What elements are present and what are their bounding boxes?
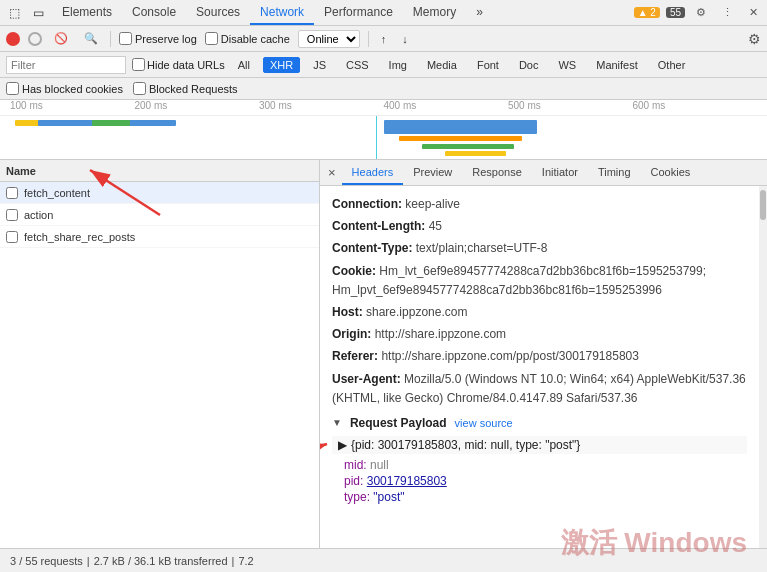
- blocked-requests-label[interactable]: Blocked Requests: [133, 82, 238, 95]
- timeline-divider: [376, 116, 377, 159]
- tab-sources[interactable]: Sources: [186, 0, 250, 25]
- payload-section: ▼ Request Payload view source ▶ {pid: 30…: [332, 416, 747, 504]
- filter-input[interactable]: [6, 56, 126, 74]
- tab-performance[interactable]: Performance: [314, 0, 403, 25]
- blocked-cookies-checkbox[interactable]: [6, 82, 19, 95]
- disable-cache-checkbox[interactable]: [205, 32, 218, 45]
- inspect-icon[interactable]: ⬚: [4, 3, 24, 23]
- detail-content: Connection: keep-alive Content-Length: 4…: [320, 186, 759, 548]
- pid-value-link[interactable]: 300179185803: [367, 474, 447, 488]
- status-bar: 3 / 55 requests | 2.7 kB / 36.1 kB trans…: [0, 548, 767, 572]
- filter-font-btn[interactable]: Font: [470, 57, 506, 73]
- blocked-requests-checkbox[interactable]: [133, 82, 146, 95]
- mark-200ms: 200 ms: [135, 100, 260, 111]
- stop-button[interactable]: [28, 32, 42, 46]
- record-button[interactable]: [6, 32, 20, 46]
- mark-100ms: 100 ms: [10, 100, 135, 111]
- more-options-icon[interactable]: ⋮: [717, 3, 737, 23]
- request-item-action[interactable]: action: [0, 204, 319, 226]
- payload-item-mid: mid: null: [332, 458, 747, 472]
- scrollbar-thumb[interactable]: [760, 190, 766, 220]
- cookies-bar: Has blocked cookies Blocked Requests: [0, 78, 767, 100]
- search-button[interactable]: 🔍: [80, 30, 102, 47]
- status-requests: 3 / 55 requests: [10, 555, 83, 567]
- close-icon[interactable]: ✕: [743, 3, 763, 23]
- filter-other-btn[interactable]: Other: [651, 57, 693, 73]
- collapse-triangle: ▶: [338, 438, 347, 452]
- timeline-area: 100 ms 200 ms 300 ms 400 ms 500 ms 600 m…: [0, 100, 767, 160]
- timeline-bar-6: [422, 144, 514, 149]
- tab-timing[interactable]: Timing: [588, 160, 641, 185]
- status-size: 7.2: [238, 555, 253, 567]
- request-item-fetch-share[interactable]: fetch_share_rec_posts: [0, 226, 319, 248]
- upload-button[interactable]: ↑: [377, 31, 391, 47]
- tab-console[interactable]: Console: [122, 0, 186, 25]
- tab-elements[interactable]: Elements: [52, 0, 122, 25]
- blocked-cookies-label[interactable]: Has blocked cookies: [6, 82, 123, 95]
- header-cookie: Cookie: Hm_lvt_6ef9e89457774288ca7d2bb36…: [332, 262, 747, 300]
- tab-initiator[interactable]: Initiator: [532, 160, 588, 185]
- request-item-checkbox-1[interactable]: [6, 187, 18, 199]
- payload-item-type: type: "post": [332, 490, 747, 504]
- mark-600ms: 600 ms: [633, 100, 758, 111]
- main-content: Name fetch_content action fetch_share_re…: [0, 160, 767, 548]
- mark-500ms: 500 ms: [508, 100, 633, 111]
- view-source-link[interactable]: view source: [455, 417, 513, 429]
- request-list: Name fetch_content action fetch_share_re…: [0, 160, 320, 548]
- tab-cookies[interactable]: Cookies: [641, 160, 701, 185]
- request-item-fetch-content[interactable]: fetch_content: [0, 182, 319, 204]
- status-sep2: |: [232, 555, 235, 567]
- settings-icon[interactable]: ⚙: [691, 3, 711, 23]
- payload-triangle: ▼: [332, 417, 342, 428]
- filter-manifest-btn[interactable]: Manifest: [589, 57, 645, 73]
- filter-media-btn[interactable]: Media: [420, 57, 464, 73]
- network-toolbar: 🚫 🔍 Preserve log Disable cache Online ↑ …: [0, 26, 767, 52]
- header-referer: Referer: http://share.ippzone.com/pp/pos…: [332, 347, 747, 366]
- filter-doc-btn[interactable]: Doc: [512, 57, 546, 73]
- timeline-marks: 100 ms 200 ms 300 ms 400 ms 500 ms 600 m…: [10, 100, 757, 111]
- download-button[interactable]: ↓: [398, 31, 412, 47]
- timeline-bar-4: [384, 120, 537, 134]
- header-host: Host: share.ippzone.com: [332, 303, 747, 322]
- device-icon[interactable]: ▭: [28, 3, 48, 23]
- detail-scrollbar[interactable]: [759, 186, 767, 548]
- messages-badge: 55: [666, 7, 685, 18]
- hide-data-urls-checkbox[interactable]: [132, 58, 145, 71]
- separator: [110, 31, 111, 47]
- tab-more[interactable]: »: [466, 0, 493, 25]
- warning-badge: ▲ 2: [634, 7, 660, 18]
- tab-network[interactable]: Network: [250, 0, 314, 25]
- disable-cache-label[interactable]: Disable cache: [205, 32, 290, 45]
- filter-ws-btn[interactable]: WS: [551, 57, 583, 73]
- detail-panel: × Headers Preview Response Initiator Tim…: [320, 160, 767, 548]
- filter-js-btn[interactable]: JS: [306, 57, 333, 73]
- throttle-select[interactable]: Online: [298, 30, 360, 48]
- filter-img-btn[interactable]: Img: [382, 57, 414, 73]
- preserve-log-checkbox[interactable]: [119, 32, 132, 45]
- tab-headers[interactable]: Headers: [342, 160, 404, 185]
- header-origin: Origin: http://share.ippzone.com: [332, 325, 747, 344]
- timeline-ruler: 100 ms 200 ms 300 ms 400 ms 500 ms 600 m…: [0, 100, 767, 116]
- header-connection: Connection: keep-alive: [332, 195, 747, 214]
- hide-data-urls-label[interactable]: Hide data URLs: [132, 58, 225, 71]
- tab-preview[interactable]: Preview: [403, 160, 462, 185]
- request-item-checkbox-2[interactable]: [6, 209, 18, 221]
- payload-header[interactable]: ▼ Request Payload view source: [332, 416, 747, 430]
- status-transfer: 2.7 kB / 36.1 kB transferred: [94, 555, 228, 567]
- timeline-bar-3: [92, 120, 130, 126]
- payload-collapsed-row[interactable]: ▶ {pid: 300179185803, mid: null, type: "…: [332, 436, 747, 454]
- payload-item-pid: pid: 300179185803: [332, 474, 747, 488]
- tab-response[interactable]: Response: [462, 160, 532, 185]
- filter-css-btn[interactable]: CSS: [339, 57, 376, 73]
- tab-memory[interactable]: Memory: [403, 0, 466, 25]
- filter-xhr-btn[interactable]: XHR: [263, 57, 300, 73]
- clear-button[interactable]: 🚫: [50, 30, 72, 47]
- detail-tabs: × Headers Preview Response Initiator Tim…: [320, 160, 767, 186]
- preserve-log-label[interactable]: Preserve log: [119, 32, 197, 45]
- gear-icon[interactable]: ⚙: [748, 31, 761, 47]
- filter-all-btn[interactable]: All: [231, 57, 257, 73]
- header-content-type: Content-Type: text/plain;charset=UTF-8: [332, 239, 747, 258]
- request-item-checkbox-3[interactable]: [6, 231, 18, 243]
- request-list-header: Name: [0, 160, 319, 182]
- detail-close-button[interactable]: ×: [322, 163, 342, 182]
